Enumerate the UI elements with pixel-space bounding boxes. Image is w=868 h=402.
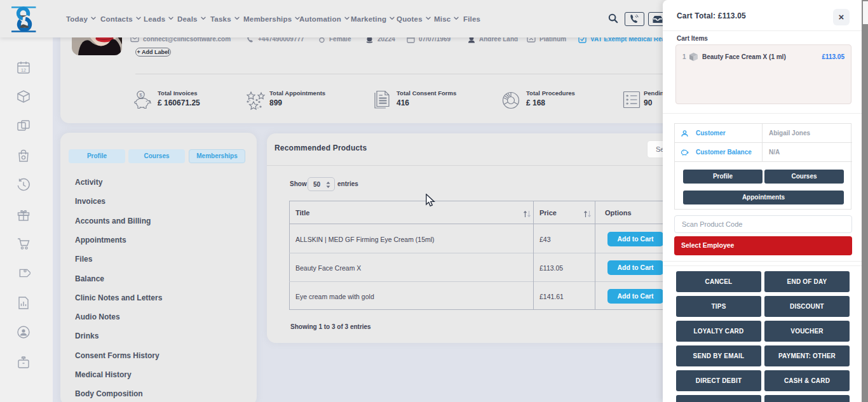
svg-text:$: $	[139, 92, 142, 98]
svg-text:12: 12	[21, 67, 26, 72]
